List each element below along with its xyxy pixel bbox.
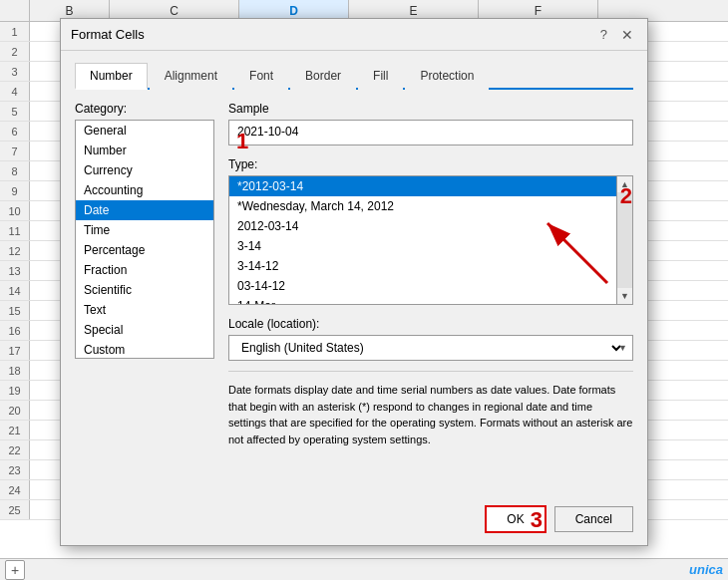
dialog-footer: OK Cancel (485, 505, 633, 533)
locale-select-wrapper: English (United States) English (United … (228, 335, 633, 361)
dialog-title: Format Cells (71, 27, 145, 42)
category-item-custom[interactable]: Custom (76, 340, 213, 359)
tab-protection[interactable]: Protection (405, 63, 489, 90)
locale-section: Locale (location): English (United State… (228, 317, 633, 361)
sample-label: Sample (228, 102, 633, 116)
type-item[interactable]: 14-Mar (229, 296, 616, 305)
tab-content: Category: General Number Currency Accoun… (75, 102, 633, 447)
dialog-help-button[interactable]: ? (596, 27, 611, 42)
scrollbar-up-button[interactable]: ▲ (617, 176, 633, 192)
category-item-general[interactable]: General (76, 121, 213, 141)
type-label: Type: (228, 157, 633, 171)
locale-select[interactable]: English (United States) English (United … (228, 335, 633, 361)
description-text: Date formats display date and time seria… (228, 371, 633, 447)
type-list[interactable]: *2012-03-14 *Wednesday, March 14, 2012 2… (228, 175, 617, 305)
type-item[interactable]: 03-14-12 (229, 276, 616, 296)
locale-label: Locale (location): (228, 317, 633, 331)
category-label: Category: (75, 102, 214, 116)
category-item-special[interactable]: Special (76, 320, 213, 340)
scrollbar-track (617, 192, 632, 288)
unica-logo: unica (689, 562, 723, 577)
dialog-controls: ? ✕ (596, 27, 637, 43)
ok-button[interactable]: OK (485, 505, 546, 533)
type-item[interactable]: 3-14-12 (229, 256, 616, 276)
sample-section: Sample 2021-10-04 (228, 102, 633, 145)
type-item[interactable]: *Wednesday, March 14, 2012 (229, 196, 616, 216)
type-list-scrollbar: ▲ ▼ (617, 175, 633, 305)
dialog-titlebar: Format Cells ? ✕ (61, 19, 647, 51)
sample-value: 2021-10-04 (228, 120, 633, 145)
tab-number[interactable]: Number (75, 63, 148, 90)
dialog-content: Number Alignment Font Border Fill Protec… (61, 51, 647, 457)
locale-dropdown[interactable]: English (United States) English (United … (237, 340, 624, 356)
type-item-selected[interactable]: *2012-03-14 (229, 176, 616, 196)
tab-bar: Number Alignment Font Border Fill Protec… (75, 61, 633, 90)
type-item[interactable]: 3-14 (229, 236, 616, 256)
add-sheet-button[interactable]: + (5, 560, 25, 580)
category-item-currency[interactable]: Currency (76, 160, 213, 180)
category-item-accounting[interactable]: Accounting (76, 180, 213, 200)
cancel-button[interactable]: Cancel (554, 506, 633, 532)
category-item-fraction[interactable]: Fraction (76, 260, 213, 280)
dialog-close-button[interactable]: ✕ (617, 27, 637, 43)
category-list[interactable]: General Number Currency Accounting Date … (75, 120, 214, 359)
category-item-scientific[interactable]: Scientific (76, 280, 213, 300)
category-section: Category: General Number Currency Accoun… (75, 102, 214, 447)
tab-font[interactable]: Font (234, 63, 288, 90)
category-item-percentage[interactable]: Percentage (76, 240, 213, 260)
category-item-number[interactable]: Number (76, 141, 213, 160)
type-list-wrapper: *2012-03-14 *Wednesday, March 14, 2012 2… (228, 175, 633, 305)
tab-fill[interactable]: Fill (358, 63, 403, 90)
category-item-time[interactable]: Time (76, 220, 213, 240)
scrollbar-down-button[interactable]: ▼ (617, 288, 633, 304)
category-item-date[interactable]: Date (76, 200, 213, 220)
row-num-header (0, 0, 30, 21)
format-cells-dialog: Format Cells ? ✕ Number Alignment Font B… (60, 18, 648, 546)
tab-alignment[interactable]: Alignment (150, 63, 232, 90)
tab-border[interactable]: Border (290, 63, 356, 90)
right-panel: Sample 2021-10-04 Type: *2012-03-14 *Wed… (228, 102, 633, 447)
bottom-bar: + (0, 558, 728, 580)
category-item-text[interactable]: Text (76, 300, 213, 320)
type-section: Type: *2012-03-14 *Wednesday, March 14, … (228, 157, 633, 305)
type-item[interactable]: 2012-03-14 (229, 216, 616, 236)
